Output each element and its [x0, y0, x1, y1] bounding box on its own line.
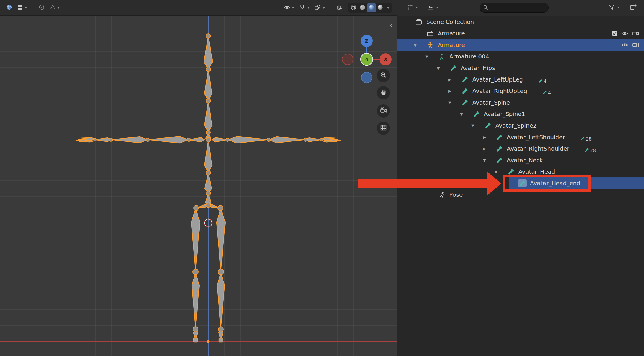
chevron-down-icon [387, 7, 390, 9]
mode-dropdown[interactable] [15, 3, 29, 12]
disclosure-triangle[interactable]: ▶ [483, 135, 495, 139]
right-foot-bone [219, 338, 223, 342]
disclosure-triangle[interactable]: ▶ [483, 147, 495, 151]
search-input[interactable] [490, 5, 541, 11]
left-foot-bone [194, 338, 198, 342]
hand-icon [380, 89, 387, 97]
new-collection-icon [630, 4, 637, 11]
outliner-row-avatar-head[interactable]: ▼Avatar_Head [397, 166, 644, 177]
image-filter-icon [427, 4, 434, 11]
bone-icon-small [584, 147, 589, 154]
checkbox-icon[interactable] [612, 31, 617, 36]
material-sphere-icon [368, 4, 374, 11]
pan-button[interactable] [377, 86, 390, 99]
outliner-row-avatar-neck[interactable]: ▼Avatar_Neck [397, 154, 644, 166]
pose-icon [437, 191, 446, 199]
bone-icon [461, 87, 469, 95]
navigation-gizmo[interactable]: Z X -Y [334, 31, 397, 97]
outliner-search[interactable] [480, 3, 549, 13]
hidden-bone-count: 28 [580, 136, 592, 142]
wireframe-sphere-icon [351, 4, 357, 11]
disclosure-triangle[interactable]: ▼ [495, 170, 507, 174]
outliner-row-avatar-leftshoulder[interactable]: ▶Avatar_LeftShoulder28 [397, 131, 644, 143]
grid-icon [380, 124, 387, 132]
editor-type-button[interactable] [5, 3, 14, 12]
panel-collapse-chevron[interactable]: ‹ [389, 21, 393, 29]
bone-icon [461, 99, 469, 107]
outliner-row-avatar-rightupleg[interactable]: ▶Avatar_RightUpLeg4 [397, 85, 644, 97]
disclosure-triangle[interactable]: ▶ [448, 77, 461, 82]
show-gizmos-dropdown[interactable] [282, 4, 296, 12]
row-label: Avatar_RightShoulder [507, 145, 569, 152]
falloff-curve-icon [49, 4, 56, 11]
row-label: Armature.004 [449, 53, 489, 60]
armature-data-icon [437, 52, 446, 60]
rendered-sphere-icon [377, 4, 383, 11]
bone-icon-small [542, 90, 547, 96]
disclosure-triangle[interactable]: ▼ [460, 112, 472, 116]
outliner-row-pose[interactable]: Pose [397, 189, 644, 200]
axis-neg-x-ball[interactable] [342, 54, 353, 65]
disclosure-triangle[interactable]: ▶ [448, 89, 461, 93]
axis-neg-z-ball[interactable] [361, 72, 372, 83]
eye-icon[interactable] [621, 43, 628, 47]
hidden-bone-count: 4 [542, 90, 551, 96]
shading-material-button[interactable] [367, 3, 376, 12]
outliner-filter-id-dropdown[interactable] [425, 3, 440, 12]
shading-solid-button[interactable] [358, 3, 367, 12]
shading-options-dropdown[interactable] [385, 6, 391, 10]
chevron-down-icon [617, 7, 620, 8]
outliner-filter-button[interactable] [607, 3, 622, 12]
outliner-row-armature[interactable]: ▼Armature [397, 39, 644, 51]
funnel-filter-icon [608, 4, 615, 11]
disclosure-triangle[interactable]: ▼ [448, 101, 461, 105]
shading-rendered-button[interactable] [376, 3, 385, 12]
snapping-dropdown[interactable] [298, 3, 311, 12]
axis-neg-y-label: -Y [365, 57, 369, 62]
disclosure-triangle[interactable]: ▼ [425, 54, 437, 59]
outliner-row-avatar-spine1[interactable]: ▼Avatar_Spine1 [397, 108, 644, 120]
bone-icon [472, 110, 481, 118]
outliner-display-mode-dropdown[interactable] [405, 3, 420, 12]
zoom-icon [380, 71, 387, 79]
outliner-row-avatar-leftupleg[interactable]: ▶Avatar_LeftUpLeg4 [397, 74, 644, 85]
row-label: Avatar_Spine2 [495, 122, 537, 129]
bone-icon [495, 156, 504, 164]
chevron-down-icon [24, 7, 27, 9]
snap-magnet-icon [299, 4, 306, 11]
outliner-row-scene-collection[interactable]: Scene Collection [397, 16, 644, 28]
viewport-header-right [282, 3, 392, 13]
outliner-row-armature[interactable]: Armature [397, 28, 644, 39]
eye-icon[interactable] [621, 31, 628, 36]
zoom-button[interactable] [377, 69, 390, 82]
camera-icon[interactable] [632, 42, 639, 48]
disclosure-triangle[interactable]: ▼ [471, 124, 484, 128]
bone-icon [449, 64, 458, 72]
proportional-falloff-dropdown[interactable] [48, 3, 61, 12]
outliner-row-avatar-head-end[interactable]: Avatar_Head_end [397, 177, 644, 189]
disclosure-triangle[interactable]: ▼ [414, 43, 426, 47]
row-label: Avatar_Spine [472, 99, 510, 106]
bone-icon [461, 75, 469, 84]
new-collection-button[interactable] [628, 3, 639, 12]
show-gizmos-icon [284, 5, 290, 11]
disclosure-triangle[interactable]: ▼ [437, 66, 449, 70]
row-label: Avatar_LeftShoulder [507, 134, 565, 141]
3d-viewport[interactable]: Z X -Y ‹ [0, 16, 397, 356]
toggle-grid-button[interactable] [377, 122, 390, 135]
outliner-row-avatar-spine[interactable]: ▼Avatar_Spine [397, 97, 644, 108]
hidden-bone-count: 28 [584, 147, 596, 154]
outliner-row-avatar-hips[interactable]: ▼Avatar_Hips [397, 62, 644, 74]
camera-view-button[interactable] [377, 104, 390, 118]
outliner-row-avatar-rightshoulder[interactable]: ▶Avatar_RightShoulder28 [397, 143, 644, 154]
viewport-header-left [5, 3, 61, 12]
outliner-row-avatar-spine2[interactable]: ▼Avatar_Spine2 [397, 120, 644, 131]
row-label: Armature [438, 41, 465, 48]
camera-icon[interactable] [632, 31, 639, 36]
proportional-editing-toggle[interactable] [37, 3, 46, 12]
outliner-row-armature-004[interactable]: ▼Armature.004 [397, 51, 644, 62]
toggle-xray-button[interactable] [335, 3, 344, 12]
shading-wireframe-button[interactable] [349, 3, 358, 12]
overlays-dropdown[interactable] [313, 3, 327, 12]
disclosure-triangle[interactable]: ▼ [483, 158, 495, 162]
